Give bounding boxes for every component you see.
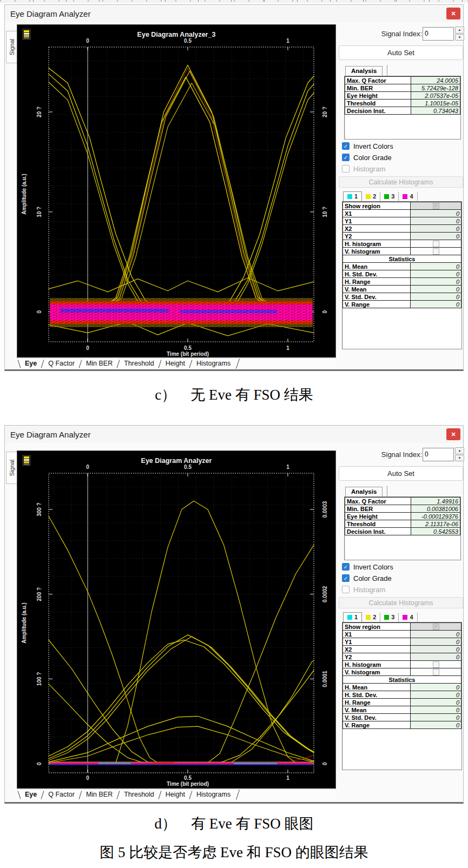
- signal-index-label: Signal Index:: [381, 450, 422, 459]
- v-range-value: 0: [411, 301, 462, 308]
- h-histogram-checkbox[interactable]: [433, 241, 439, 247]
- table-row: V. histogram: [343, 668, 462, 676]
- y2-field[interactable]: 0: [411, 233, 462, 240]
- tab-q-factor[interactable]: Q Factor: [43, 359, 80, 369]
- tab-height[interactable]: Height: [160, 790, 190, 800]
- calculate-histograms-button[interactable]: Calculate Histograms: [339, 176, 463, 188]
- region-tab-2[interactable]: 2: [362, 613, 380, 622]
- signal-index-input[interactable]: [423, 448, 454, 461]
- green-swatch-icon: [384, 615, 389, 620]
- y1-field[interactable]: 0: [411, 217, 462, 225]
- caption-d: d） 有 Eve 有 FSO 眼图: [0, 814, 468, 833]
- check-icon: ✓: [344, 155, 348, 161]
- y-tick-left-10: 10 ?: [36, 207, 42, 217]
- auto-set-button[interactable]: Auto Set: [339, 466, 463, 481]
- h-range-value: 0: [411, 699, 462, 706]
- x2-field[interactable]: 0: [411, 225, 462, 233]
- y-tick-right-0: 0: [322, 762, 328, 765]
- histogram-checkbox[interactable]: [342, 586, 350, 593]
- tab-eye[interactable]: Eye: [19, 790, 42, 800]
- v-std-dev-value: 0: [411, 293, 462, 301]
- tab-eye[interactable]: Eye: [19, 359, 42, 369]
- invert-colors-checkbox[interactable]: ✓: [342, 142, 350, 150]
- y2-field[interactable]: 0: [411, 653, 462, 661]
- tab-histograms[interactable]: Histograms: [191, 790, 236, 800]
- table-row: Threshold2.11317e-06: [345, 520, 460, 528]
- signal-index-label: Signal Index:: [381, 30, 422, 38]
- y-tick-left-0: 0: [36, 762, 42, 765]
- y-axis-label: Amplitude (a.u.): [21, 602, 27, 644]
- x-axis-label: Time (bit period): [167, 351, 209, 357]
- x-tick-bottom-0: 0: [86, 775, 89, 781]
- min-ber-value: 0.00381006: [411, 505, 460, 513]
- show-region-checkbox[interactable]: ✓: [433, 203, 439, 209]
- region-tab-1[interactable]: 1: [343, 612, 362, 622]
- tab-threshold[interactable]: Threshold: [118, 790, 160, 800]
- y1-field[interactable]: 0: [411, 638, 462, 646]
- threshold-value: 2.11317e-06: [411, 520, 460, 528]
- title-bar: Eye Diagram Analyzer ✕: [5, 5, 463, 22]
- caption-c: c） 无 Eve 有 FSO 结果: [0, 385, 468, 405]
- v-histogram-checkbox[interactable]: [433, 248, 439, 255]
- show-region-checkbox[interactable]: ✓: [433, 624, 439, 630]
- tab-height[interactable]: Height: [160, 359, 190, 369]
- color-grade-checkbox[interactable]: ✓: [342, 154, 350, 161]
- y-tick-right-0001: 0.0001: [322, 671, 328, 687]
- x1-field[interactable]: 0: [411, 631, 462, 638]
- color-grade-checkbox[interactable]: ✓: [342, 574, 350, 582]
- histogram-checkbox[interactable]: [342, 165, 350, 173]
- signal-index-down-button[interactable]: ▼: [455, 34, 464, 41]
- x-tick-bottom-1: 1: [286, 345, 289, 351]
- h-histogram-checkbox[interactable]: [433, 661, 439, 668]
- x2-field[interactable]: 0: [411, 646, 462, 653]
- table-row: H. Mean0: [343, 263, 462, 270]
- noise-line: [50, 762, 313, 766]
- tab-histograms[interactable]: Histograms: [191, 359, 236, 369]
- region-tab-1[interactable]: 1: [343, 191, 362, 201]
- tab-min-ber[interactable]: Min BER: [81, 790, 118, 800]
- region-panel: Show region✓ X10 Y10 X20 Y20 H. histogra…: [342, 622, 462, 770]
- v-histogram-checkbox[interactable]: [433, 669, 439, 675]
- v-std-dev-value: 0: [411, 714, 462, 721]
- y-tick-left-300: 300 ?: [36, 502, 42, 516]
- min-ber-value: 5.72429e-128: [411, 84, 460, 92]
- y-tick-left-0: 0: [36, 310, 42, 313]
- signal-index-down-button[interactable]: ▼: [455, 455, 464, 462]
- tab-q-factor[interactable]: Q Factor: [43, 790, 80, 800]
- close-button[interactable]: ✕: [446, 8, 460, 19]
- magenta-swatch-icon: [403, 194, 407, 199]
- cyan-swatch-icon: [347, 615, 352, 620]
- y-axis-label: Amplitude (a.u.): [21, 174, 27, 215]
- tab-min-ber[interactable]: Min BER: [81, 359, 118, 369]
- table-row: V. Std. Dev.0: [343, 714, 462, 721]
- x-tick-top-1: 1: [286, 38, 289, 44]
- region-tab-3[interactable]: 3: [380, 613, 399, 622]
- y-tick-left-20: 20 ?: [36, 107, 42, 117]
- x1-field[interactable]: 0: [411, 210, 462, 217]
- y-tick-left-100: 100 ?: [36, 672, 42, 686]
- x-tick-top-05: 0.5: [184, 38, 192, 44]
- signal-index-up-button[interactable]: ▲: [455, 26, 464, 34]
- calculate-histograms-button[interactable]: Calculate Histograms: [339, 597, 463, 608]
- region-tab-4[interactable]: 4: [399, 192, 417, 201]
- arrow-down-icon: ▼: [458, 456, 462, 460]
- tab-analysis[interactable]: Analysis: [345, 487, 383, 496]
- table-row: H. Std. Dev.0: [343, 270, 462, 278]
- invert-colors-row: ✓ Invert Colors: [342, 141, 464, 151]
- auto-set-button[interactable]: Auto Set: [339, 45, 463, 60]
- signal-index-input[interactable]: [423, 27, 454, 41]
- region-tab-2[interactable]: 2: [362, 192, 380, 201]
- table-row: Min. BER5.72429e-128: [345, 84, 460, 92]
- tab-analysis[interactable]: Analysis: [345, 66, 383, 76]
- close-button[interactable]: ✕: [446, 428, 460, 440]
- signal-index-up-button[interactable]: ▲: [455, 447, 464, 454]
- tab-threshold[interactable]: Threshold: [118, 359, 160, 369]
- plot-title: Eye Diagram Analyzer_3: [137, 31, 216, 38]
- x-tick-bottom-1: 1: [286, 775, 289, 781]
- check-icon: ✓: [344, 575, 348, 581]
- invert-colors-checkbox[interactable]: ✓: [342, 563, 350, 571]
- analysis-panel: Max. Q Factor1.49916 Min. BER0.00381006 …: [344, 496, 461, 560]
- region-tab-4[interactable]: 4: [399, 613, 417, 622]
- region-tab-3[interactable]: 3: [380, 192, 399, 201]
- window-title: Eye Diagram Analyzer: [5, 9, 446, 18]
